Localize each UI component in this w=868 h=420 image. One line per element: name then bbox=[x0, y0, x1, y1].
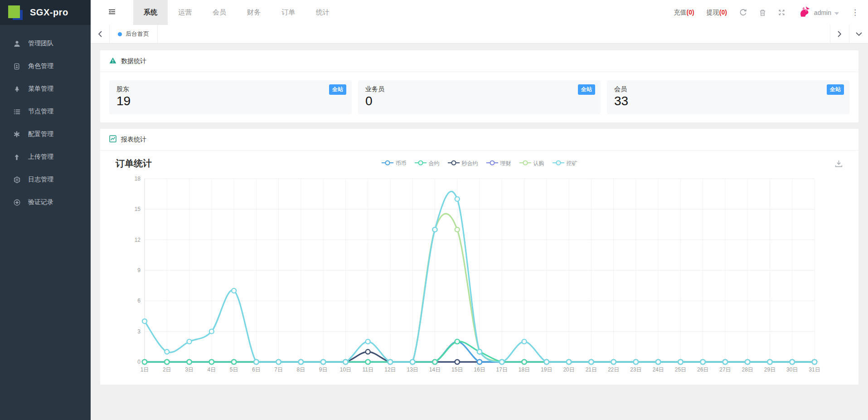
legend-item-秒合约[interactable]: 秒合约 bbox=[448, 160, 478, 167]
data-point bbox=[209, 360, 214, 364]
data-point bbox=[790, 360, 795, 364]
nav-tab-order[interactable]: 订单 bbox=[271, 0, 305, 25]
svg-text:16日: 16日 bbox=[474, 366, 485, 373]
data-point bbox=[187, 339, 192, 344]
stat-value: 33 bbox=[614, 94, 842, 108]
badge-icon bbox=[13, 63, 20, 70]
log-icon bbox=[13, 176, 20, 183]
sidebar-item-verify-records[interactable]: 验证记录 bbox=[0, 191, 91, 214]
svg-text:12日: 12日 bbox=[384, 366, 396, 373]
report-stats-card: 报表统计 订单统计 币币合约秒合约理财认购挖矿 03691215181日2日3日… bbox=[100, 129, 858, 385]
withdraw-link[interactable]: 提现(0) bbox=[707, 9, 727, 17]
tags-scroll-right-button[interactable] bbox=[830, 25, 849, 43]
legend-marker-icon bbox=[553, 160, 564, 167]
user-menu[interactable]: admin bbox=[797, 5, 839, 20]
legend-marker-icon bbox=[519, 160, 531, 167]
data-point bbox=[455, 227, 460, 232]
stat-label: 股东 bbox=[116, 85, 344, 93]
sidebar-item-upload-management[interactable]: 上传管理 bbox=[0, 146, 91, 168]
svg-text:15: 15 bbox=[135, 206, 141, 213]
data-point bbox=[477, 350, 482, 354]
sidebar-collapse-button[interactable] bbox=[91, 0, 133, 25]
recharge-link[interactable]: 充值(0) bbox=[674, 9, 694, 17]
chart-area: 订单统计 币币合约秒合约理财认购挖矿 03691215181日2日3日4日5日6… bbox=[100, 151, 858, 385]
legend-item-合约[interactable]: 合约 bbox=[415, 160, 440, 167]
data-point bbox=[544, 360, 549, 364]
sidebar-item-label: 验证记录 bbox=[28, 198, 53, 206]
trash-icon[interactable] bbox=[759, 9, 766, 16]
svg-text:6: 6 bbox=[137, 298, 141, 304]
svg-text:6日: 6日 bbox=[252, 366, 261, 373]
active-tag-dot bbox=[118, 32, 122, 36]
legend-label: 秒合约 bbox=[462, 160, 478, 167]
chart-legend: 币币合约秒合约理财认购挖矿 bbox=[382, 160, 577, 167]
stat-value: 0 bbox=[365, 94, 593, 108]
svg-text:19日: 19日 bbox=[541, 366, 552, 373]
logo[interactable]: SGX-pro bbox=[0, 0, 91, 25]
nav-tab-member[interactable]: 会员 bbox=[202, 0, 237, 25]
tags-menu-button[interactable] bbox=[849, 25, 868, 43]
stat-label: 会员 bbox=[614, 85, 842, 93]
sidebar-item-label: 配置管理 bbox=[28, 130, 53, 138]
asterisk-icon bbox=[13, 131, 20, 137]
more-options-icon[interactable]: ⋮ bbox=[851, 9, 859, 16]
svg-text:8日: 8日 bbox=[297, 366, 305, 373]
tags-scroll-left-button[interactable] bbox=[91, 25, 110, 43]
data-point bbox=[432, 360, 437, 364]
svg-text:0: 0 bbox=[137, 359, 141, 365]
svg-text:28日: 28日 bbox=[742, 366, 753, 373]
nav-tab-operation[interactable]: 运营 bbox=[168, 0, 202, 25]
data-point bbox=[477, 360, 482, 364]
svg-text:12: 12 bbox=[135, 237, 141, 243]
data-point bbox=[678, 360, 683, 364]
sidebar-item-role-management[interactable]: 角色管理 bbox=[0, 55, 91, 78]
order-stats-chart[interactable]: 03691215181日2日3日4日5日6日7日8日9日10日11日12日13日… bbox=[109, 172, 849, 377]
logo-text: SGX-pro bbox=[30, 7, 68, 18]
data-point bbox=[745, 360, 750, 364]
svg-text:15日: 15日 bbox=[451, 366, 463, 373]
username: admin bbox=[814, 9, 831, 16]
download-icon[interactable] bbox=[834, 159, 843, 168]
tag-home[interactable]: 后台首页 bbox=[110, 25, 158, 43]
legend-item-币币[interactable]: 币币 bbox=[382, 160, 407, 167]
nav-tab-system[interactable]: 系统 bbox=[133, 0, 168, 25]
legend-item-认购[interactable]: 认购 bbox=[519, 160, 544, 167]
svg-text:26日: 26日 bbox=[697, 366, 708, 373]
svg-text:5日: 5日 bbox=[230, 366, 238, 373]
fullscreen-icon[interactable] bbox=[778, 9, 785, 16]
app-window: SGX-pro 管理团队角色管理菜单管理节点管理配置管理上传管理日志管理验证记录… bbox=[0, 0, 868, 420]
stat-value: 19 bbox=[116, 94, 344, 108]
data-point bbox=[567, 360, 571, 364]
legend-item-理财[interactable]: 理财 bbox=[486, 160, 511, 167]
data-point bbox=[455, 197, 460, 201]
refresh-icon[interactable] bbox=[739, 9, 747, 16]
svg-text:9日: 9日 bbox=[319, 366, 328, 373]
data-point bbox=[343, 360, 348, 364]
svg-text:11日: 11日 bbox=[362, 366, 373, 373]
line-chart-icon bbox=[109, 135, 116, 144]
legend-marker-icon bbox=[486, 160, 498, 167]
caret-down-icon bbox=[834, 9, 839, 17]
tag-label: 后台首页 bbox=[126, 30, 149, 38]
nav-tab-statistics[interactable]: 统计 bbox=[305, 0, 340, 25]
sidebar-item-menu-management[interactable]: 菜单管理 bbox=[0, 78, 91, 100]
section-title: 数据统计 bbox=[121, 57, 146, 65]
sidebar-item-config-management[interactable]: 配置管理 bbox=[0, 123, 91, 146]
top-header: 系统运营会员财务订单统计 充值(0) 提现(0) admin bbox=[91, 0, 868, 25]
upload-icon bbox=[13, 154, 20, 161]
sidebar-item-management-team[interactable]: 管理团队 bbox=[0, 32, 91, 55]
data-point bbox=[767, 360, 772, 364]
nav-tab-finance[interactable]: 财务 bbox=[237, 0, 271, 25]
svg-text:14日: 14日 bbox=[429, 366, 441, 373]
sidebar-item-log-management[interactable]: 日志管理 bbox=[0, 168, 91, 191]
data-point bbox=[455, 339, 460, 344]
svg-text:17日: 17日 bbox=[496, 366, 508, 373]
data-point bbox=[142, 360, 147, 364]
svg-text:2日: 2日 bbox=[163, 366, 171, 373]
legend-item-挖矿[interactable]: 挖矿 bbox=[553, 160, 577, 167]
legend-label: 合约 bbox=[429, 160, 440, 167]
status-badge: 全站 bbox=[827, 84, 844, 95]
sidebar-item-node-management[interactable]: 节点管理 bbox=[0, 100, 91, 123]
data-point bbox=[432, 227, 437, 232]
svg-text:30日: 30日 bbox=[786, 366, 798, 373]
